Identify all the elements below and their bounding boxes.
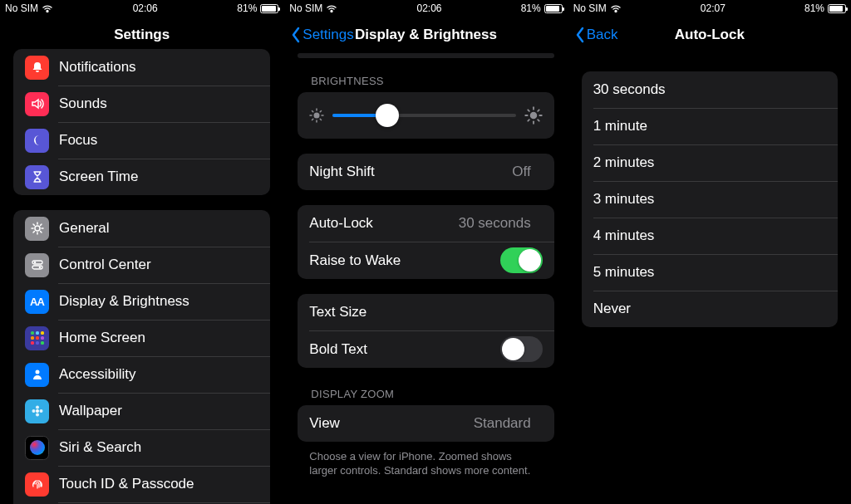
chevron-right-icon <box>252 406 258 417</box>
settings-row-label: Screen Time <box>59 169 252 185</box>
display-zoom-header: DISPLAY ZOOM <box>284 383 567 405</box>
brightness-thumb[interactable] <box>376 104 399 127</box>
nav-bar: Back Auto-Lock <box>568 17 851 53</box>
autolock-options-group: 30 seconds1 minute2 minutes3 minutes4 mi… <box>582 71 838 327</box>
settings-row-homescreen[interactable]: Home Screen <box>13 320 270 356</box>
battery-icon <box>260 4 278 13</box>
chevron-right-icon <box>252 443 258 453</box>
switches-icon <box>25 253 49 277</box>
chevron-right-icon <box>252 479 258 490</box>
night-shift-label: Night Shift <box>309 164 512 180</box>
text-group: Text Size Bold Text <box>298 294 553 368</box>
settings-row-accessibility[interactable]: Accessibility <box>13 356 270 393</box>
settings-row-screentime[interactable]: Screen Time <box>13 159 270 195</box>
settings-row-label: Siri & Search <box>59 439 252 456</box>
carrier-label: No SIM <box>5 2 38 14</box>
settings-root-pane: No SIM 02:06 81% Settings NotificationsS… <box>0 0 283 504</box>
chevron-right-icon <box>252 369 258 380</box>
settings-row-general[interactable]: General <box>13 210 270 247</box>
svg-point-16 <box>36 413 39 417</box>
settings-group-1: NotificationsSoundsFocusScreen Time <box>13 49 270 195</box>
AA-icon: AA <box>25 290 49 314</box>
view-detail: Standard <box>474 415 531 432</box>
autolock-option-label: 5 minutes <box>593 264 826 281</box>
wifi-icon <box>42 4 53 12</box>
raise-to-wake-label: Raise to Wake <box>309 252 499 269</box>
battery-icon <box>828 4 846 13</box>
nav-bar: Settings Display & Brightness <box>284 17 567 53</box>
display-brightness-pane: No SIM 02:06 81% Settings Display & Brig… <box>283 0 567 504</box>
sun-max-icon <box>524 106 543 125</box>
autolock-option[interactable]: 1 minute <box>582 108 838 144</box>
nav-bar: Settings <box>0 17 283 53</box>
clock-label: 02:06 <box>133 2 158 14</box>
autolock-option[interactable]: 4 minutes <box>582 218 838 254</box>
settings-row-focus[interactable]: Focus <box>13 122 270 159</box>
autolock-scroll[interactable]: 30 seconds1 minute2 minutes3 minutes4 mi… <box>568 53 851 504</box>
chevron-right-icon <box>536 418 543 429</box>
svg-point-18 <box>39 409 42 413</box>
back-button[interactable]: Settings <box>291 27 353 43</box>
autolock-option[interactable]: 5 minutes <box>582 254 838 291</box>
autolock-option-label: 2 minutes <box>593 154 826 171</box>
chevron-right-icon <box>536 307 543 318</box>
back-label: Settings <box>303 27 353 43</box>
chevron-left-icon <box>291 27 301 43</box>
svg-point-10 <box>33 262 36 264</box>
autolock-option[interactable]: 3 minutes <box>582 181 838 218</box>
chevron-right-icon <box>252 223 258 234</box>
back-button[interactable]: Back <box>575 27 618 43</box>
settings-row-label: Sounds <box>59 95 252 112</box>
text-size-row[interactable]: Text Size <box>298 294 553 330</box>
hourglass-icon <box>25 165 49 189</box>
chevron-right-icon <box>536 218 543 229</box>
auto-lock-label: Auto-Lock <box>309 215 458 232</box>
raise-to-wake-toggle[interactable] <box>500 247 543 273</box>
autolock-option[interactable]: 30 seconds <box>582 71 838 108</box>
brightness-slider[interactable] <box>332 104 515 127</box>
page-title: Settings <box>114 27 170 43</box>
auto-lock-detail: 30 seconds <box>459 215 531 232</box>
settings-row-wallpaper[interactable]: Wallpaper <box>13 393 270 429</box>
battery-pct-label: 81% <box>521 2 541 14</box>
settings-row-siri[interactable]: Siri & Search <box>13 429 270 466</box>
settings-row-label: Wallpaper <box>59 403 252 419</box>
page-title: Auto-Lock <box>675 27 745 43</box>
settings-row-sounds[interactable]: Sounds <box>13 86 270 122</box>
chevron-right-icon <box>536 167 543 178</box>
settings-row-controlcenter[interactable]: Control Center <box>13 247 270 283</box>
status-bar: No SIM 02:06 81% <box>284 0 567 17</box>
bold-text-toggle[interactable] <box>500 336 543 362</box>
auto-lock-row[interactable]: Auto-Lock 30 seconds <box>298 205 553 242</box>
autolock-option-label: 4 minutes <box>593 228 826 244</box>
svg-point-12 <box>38 267 41 269</box>
autolock-option-label: 1 minute <box>593 118 826 135</box>
display-scroll[interactable]: BRIGHTNESS Night Shift Off Auto-Lock <box>284 53 567 504</box>
nightshift-group: Night Shift Off <box>298 154 553 190</box>
settings-row-label: Notifications <box>59 59 252 76</box>
view-row[interactable]: View Standard <box>298 405 553 442</box>
settings-row-label: Accessibility <box>59 366 252 383</box>
night-shift-row[interactable]: Night Shift Off <box>298 154 553 190</box>
settings-row-notifications[interactable]: Notifications <box>13 49 270 86</box>
sun-min-icon <box>309 108 324 123</box>
settings-scroll[interactable]: NotificationsSoundsFocusScreen Time Gene… <box>0 49 283 504</box>
chevron-right-icon <box>252 172 258 183</box>
autolock-option[interactable]: 2 minutes <box>582 144 838 181</box>
brightness-header: BRIGHTNESS <box>284 70 567 92</box>
chevron-right-icon <box>252 333 258 344</box>
settings-group-2: GeneralControl CenterAADisplay & Brightn… <box>13 210 270 504</box>
autolock-option-label: 30 seconds <box>593 81 826 98</box>
clock-label: 02:07 <box>701 2 726 14</box>
brightness-row <box>298 92 553 139</box>
settings-row-touchid[interactable]: Touch ID & Passcode <box>13 466 270 502</box>
zoom-group: View Standard <box>298 405 553 442</box>
autolock-option[interactable]: Never <box>582 291 838 327</box>
status-bar: No SIM 02:07 81% <box>568 0 851 17</box>
speaker-icon <box>25 92 49 116</box>
battery-pct-label: 81% <box>237 2 257 14</box>
view-label: View <box>309 415 473 432</box>
lock-group: Auto-Lock 30 seconds Raise to Wake <box>298 205 553 279</box>
carrier-label: No SIM <box>289 2 322 14</box>
settings-row-display[interactable]: AADisplay & Brightness <box>13 283 270 320</box>
